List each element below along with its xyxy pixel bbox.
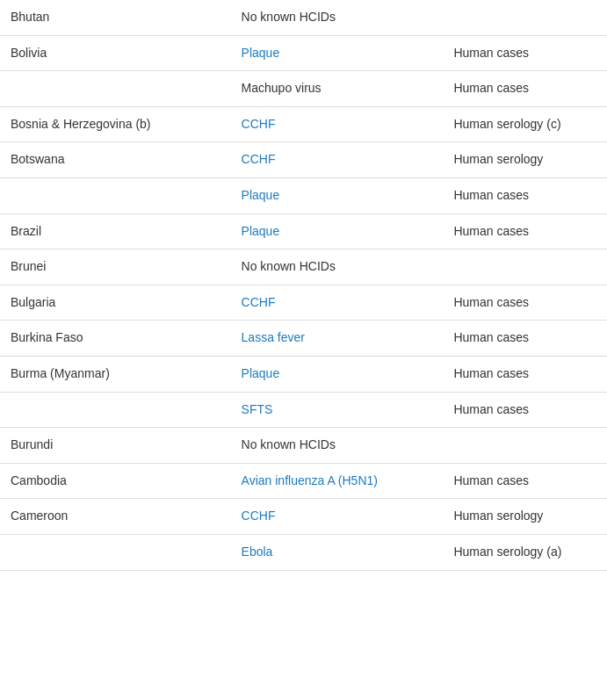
table-row: BoliviaPlaqueHuman cases	[0, 35, 607, 71]
disease-cell[interactable]: CCHF	[231, 142, 444, 178]
status-cell: Human serology	[443, 142, 607, 178]
disease-cell[interactable]: CCHF	[231, 285, 444, 321]
table-row: Burkina FasoLassa feverHuman cases	[0, 321, 607, 357]
country-cell	[0, 534, 231, 570]
disease-cell: No known HCIDs	[231, 0, 444, 35]
disease-cell[interactable]: Ebola	[231, 534, 444, 570]
status-cell	[443, 249, 607, 285]
table-row: Bosnia & Herzegovina (b)CCHFHuman serolo…	[0, 106, 607, 142]
status-cell: Human cases	[443, 177, 607, 213]
status-cell: Human cases	[443, 392, 607, 428]
country-cell	[0, 177, 231, 213]
disease-link[interactable]: CCHF	[242, 295, 276, 309]
country-cell: Bulgaria	[0, 285, 231, 321]
disease-link[interactable]: Lassa fever	[242, 330, 305, 344]
disease-link[interactable]: Plaque	[242, 224, 280, 238]
disease-cell: Machupo virus	[231, 71, 444, 107]
table-row: Machupo virusHuman cases	[0, 71, 607, 107]
table-row: CambodiaAvian influenza A (H5N1)Human ca…	[0, 463, 607, 499]
table-row: SFTSHuman cases	[0, 392, 607, 428]
status-cell: Human cases	[443, 71, 607, 107]
country-cell: Bosnia & Herzegovina (b)	[0, 106, 231, 142]
status-cell	[443, 0, 607, 35]
status-cell: Human serology (a)	[443, 534, 607, 570]
disease-link[interactable]: Plaque	[242, 188, 280, 202]
table-row: BhutanNo known HCIDs	[0, 0, 607, 35]
disease-cell[interactable]: Plaque	[231, 356, 444, 392]
disease-cell: No known HCIDs	[231, 249, 444, 285]
disease-cell[interactable]: CCHF	[231, 499, 444, 535]
country-cell	[0, 71, 231, 107]
disease-link[interactable]: CCHF	[242, 152, 276, 166]
country-cell	[0, 392, 231, 428]
disease-table: BhutanNo known HCIDsBoliviaPlaqueHuman c…	[0, 0, 607, 571]
table-row: BurundiNo known HCIDs	[0, 428, 607, 464]
country-cell: Brunei	[0, 249, 231, 285]
status-cell: Human cases	[443, 356, 607, 392]
disease-link[interactable]: CCHF	[242, 117, 276, 131]
status-cell	[443, 428, 607, 464]
status-cell: Human serology (c)	[443, 106, 607, 142]
status-cell: Human cases	[443, 213, 607, 249]
disease-link[interactable]: Plaque	[242, 46, 280, 60]
disease-link[interactable]: SFTS	[242, 402, 273, 416]
country-cell: Botswana	[0, 142, 231, 178]
disease-link[interactable]: Ebola	[242, 545, 273, 559]
status-cell: Human cases	[443, 285, 607, 321]
disease-cell[interactable]: Avian influenza A (H5N1)	[231, 463, 444, 499]
table-row: EbolaHuman serology (a)	[0, 534, 607, 570]
disease-cell[interactable]: CCHF	[231, 106, 444, 142]
table-row: Burma (Myanmar)PlaqueHuman cases	[0, 356, 607, 392]
main-table-container: BhutanNo known HCIDsBoliviaPlaqueHuman c…	[0, 0, 607, 571]
table-row: BruneiNo known HCIDs	[0, 249, 607, 285]
disease-cell[interactable]: SFTS	[231, 392, 444, 428]
country-cell: Brazil	[0, 213, 231, 249]
table-row: CameroonCCHFHuman serology	[0, 499, 607, 535]
table-row: PlaqueHuman cases	[0, 177, 607, 213]
disease-cell: No known HCIDs	[231, 428, 444, 464]
country-cell: Bolivia	[0, 35, 231, 71]
table-row: BulgariaCCHFHuman cases	[0, 285, 607, 321]
status-cell: Human serology	[443, 499, 607, 535]
status-cell: Human cases	[443, 35, 607, 71]
disease-link[interactable]: Plaque	[242, 366, 280, 380]
country-cell: Cameroon	[0, 499, 231, 535]
status-cell: Human cases	[443, 463, 607, 499]
country-cell: Cambodia	[0, 463, 231, 499]
country-cell: Burkina Faso	[0, 321, 231, 357]
disease-link[interactable]: Avian influenza A (H5N1)	[242, 473, 378, 487]
disease-cell[interactable]: Plaque	[231, 213, 444, 249]
table-row: BrazilPlaqueHuman cases	[0, 213, 607, 249]
table-row: BotswanaCCHFHuman serology	[0, 142, 607, 178]
country-cell: Bhutan	[0, 0, 231, 35]
country-cell: Burundi	[0, 428, 231, 464]
status-cell: Human cases	[443, 321, 607, 357]
disease-cell[interactable]: Plaque	[231, 177, 444, 213]
disease-link[interactable]: CCHF	[242, 509, 276, 523]
disease-cell[interactable]: Lassa fever	[231, 321, 444, 357]
country-cell: Burma (Myanmar)	[0, 356, 231, 392]
disease-cell[interactable]: Plaque	[231, 35, 444, 71]
